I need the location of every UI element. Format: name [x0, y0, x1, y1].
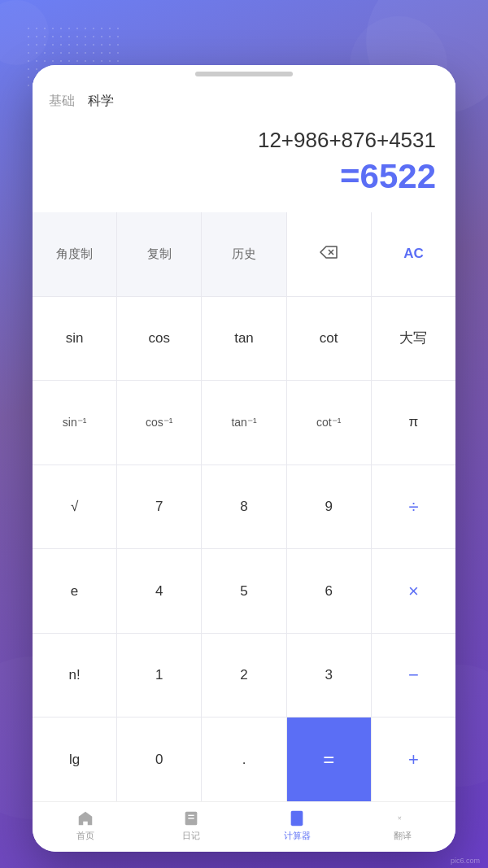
btn-caps[interactable]: 大写 [372, 297, 455, 381]
nav-calculator[interactable]: 计算器 [244, 809, 350, 842]
nav-label-translate: 翻译 [394, 830, 412, 842]
btn-history[interactable]: 历史 [202, 212, 286, 296]
btn-cot-1[interactable]: cot⁻¹ [287, 381, 372, 465]
btn-1[interactable]: 1 [117, 634, 202, 718]
btn-divide[interactable]: ÷ [372, 465, 455, 549]
translate-icon [393, 809, 412, 828]
btn-sin[interactable]: sin [33, 297, 117, 381]
home-icon [76, 809, 95, 828]
display-area: 12+986+876+4531 =6522 [33, 120, 455, 212]
btn-cos[interactable]: cos [117, 297, 202, 381]
nav-label-diary: 日记 [182, 830, 200, 842]
tab-basic[interactable]: 基础 [49, 89, 75, 113]
calculator-container: 基础 科学 12+986+876+4531 =6522 角度制复制历史 ACsi… [33, 80, 455, 801]
btn-cot[interactable]: cot [287, 297, 372, 381]
status-bar [33, 65, 455, 80]
btn-7[interactable]: 7 [117, 465, 202, 549]
btn-sin-1[interactable]: sin⁻¹ [33, 381, 117, 465]
btn-8[interactable]: 8 [202, 465, 286, 549]
button-row-row2: sincostancot大写 [33, 297, 455, 382]
button-row-row4: √789÷ [33, 465, 455, 550]
button-row-row7: lg0.=+ [33, 718, 455, 801]
btn-9[interactable]: 9 [287, 465, 372, 549]
svg-point-8 [293, 819, 294, 821]
svg-point-11 [293, 822, 294, 823]
btn-copy[interactable]: 复制 [117, 212, 202, 296]
nav-label-home: 首页 [76, 830, 94, 842]
svg-point-9 [296, 819, 298, 821]
btn-ac[interactable]: AC [372, 212, 455, 296]
svg-rect-7 [293, 813, 300, 818]
expression-display: 12+986+876+4531 [52, 128, 436, 157]
phone-card: 基础 科学 12+986+876+4531 =6522 角度制复制历史 ACsi… [33, 65, 455, 852]
btn-plus[interactable]: + [372, 718, 455, 801]
watermark: pic6.com [451, 857, 480, 865]
btn-3[interactable]: 3 [287, 634, 372, 718]
btn-5[interactable]: 5 [202, 549, 286, 633]
button-row-row6: n!123− [33, 634, 455, 718]
nav-translate[interactable]: 翻译 [350, 809, 455, 842]
btn-pi[interactable]: π [372, 381, 455, 465]
backspace-icon [320, 246, 338, 263]
button-row-row5: e456× [33, 549, 455, 634]
btn-tan-1[interactable]: tan⁻¹ [202, 381, 286, 465]
bottom-nav: 首页 日记 计算器 翻译 [33, 801, 455, 852]
svg-point-12 [296, 822, 298, 823]
svg-point-10 [299, 819, 301, 821]
btn-0[interactable]: 0 [117, 718, 202, 801]
button-row-row1: 角度制复制历史 AC [33, 212, 455, 297]
btn-4[interactable]: 4 [117, 549, 202, 633]
calculator-icon [287, 809, 307, 828]
diary-icon [181, 809, 201, 828]
btn-cos-1[interactable]: cos⁻¹ [117, 381, 202, 465]
nav-diary[interactable]: 日记 [138, 809, 244, 842]
status-notch [195, 72, 293, 76]
btn-equals[interactable]: = [287, 718, 372, 801]
btn-minus[interactable]: − [372, 634, 455, 718]
btn-2[interactable]: 2 [202, 634, 286, 718]
svg-point-5 [187, 820, 190, 822]
btn-multiply[interactable]: × [372, 549, 455, 633]
buttons-area: 角度制复制历史 ACsincostancot大写sin⁻¹cos⁻¹tan⁻¹c… [33, 212, 455, 801]
mode-tabs: 基础 科学 [33, 80, 455, 120]
btn-angle[interactable]: 角度制 [33, 212, 117, 296]
btn-e[interactable]: e [33, 549, 117, 633]
btn-factorial[interactable]: n! [33, 634, 117, 718]
tab-science[interactable]: 科学 [88, 89, 114, 113]
btn-6[interactable]: 6 [287, 549, 372, 633]
nav-home[interactable]: 首页 [33, 809, 138, 842]
btn-lg[interactable]: lg [33, 718, 117, 801]
svg-point-13 [299, 822, 301, 823]
nav-label-calculator: 计算器 [284, 830, 311, 842]
btn-dot[interactable]: . [202, 718, 286, 801]
btn-sqrt[interactable]: √ [33, 465, 117, 549]
btn-backspace[interactable] [287, 212, 372, 296]
result-display: =6522 [52, 157, 436, 199]
button-row-row3: sin⁻¹cos⁻¹tan⁻¹cot⁻¹π [33, 381, 455, 465]
btn-tan[interactable]: tan [202, 297, 286, 381]
